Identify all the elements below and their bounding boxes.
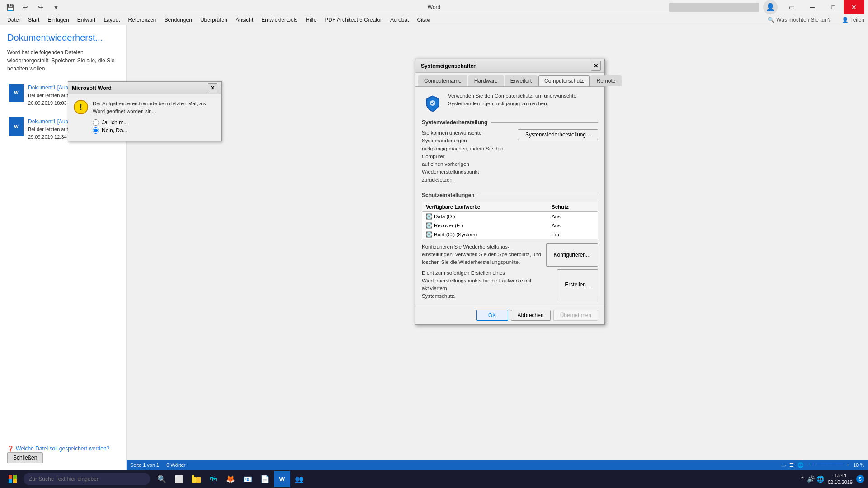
title-bar-left: 💾 ↩ ↪ ▼ [4, 1, 62, 14]
drive-row-1[interactable]: 💽 Data (D:) Aus [422, 211, 598, 221]
abbrechen-btn[interactable]: Abbrechen [511, 310, 551, 321]
tab-erweitert[interactable]: Erweitert [505, 75, 538, 86]
start-button[interactable] [4, 470, 22, 488]
clock-time: 13:44 [828, 472, 853, 479]
taskbar-search-icon[interactable]: 🔍 [154, 471, 170, 487]
ribbon-hilfe[interactable]: Hilfe [302, 16, 320, 24]
tray-volume-icon[interactable]: 🔊 [807, 475, 815, 483]
ribbon-entwicklertools[interactable]: Entwicklertools [258, 16, 301, 24]
sw-text: Sie können unerwünschte Systemänderungen… [422, 129, 514, 184]
radio-yes[interactable]: Ja, ich m... [93, 119, 216, 126]
quick-access-toolbar: 💾 ↩ ↪ ▼ [4, 1, 62, 14]
taskbar-teams-icon[interactable]: 👥 [291, 471, 307, 487]
search-icon: 🔍 [768, 17, 774, 23]
undo-btn[interactable]: ↩ [19, 1, 32, 14]
layout-icon[interactable]: ▭ [781, 462, 786, 468]
zoom-plus[interactable]: + [846, 462, 849, 468]
erstellen-text: Dient zum sofortigen Erstellen eines Wie… [422, 269, 553, 300]
erstellen-row: Dient zum sofortigen Erstellen eines Wie… [422, 269, 598, 300]
ribbon-datei[interactable]: Datei [4, 16, 24, 24]
ribbon-uberprufen[interactable]: Überprüfen [197, 16, 231, 24]
drive-name-1: 💽 Data (D:) [422, 211, 548, 221]
tab-remote[interactable]: Remote [590, 75, 621, 86]
share-label[interactable]: Teilen [850, 17, 864, 23]
taskbar-word-icon[interactable]: W [274, 471, 290, 487]
status-words: 0 Wörter [166, 462, 185, 468]
taskbar-store-icon[interactable]: 🛍 [205, 471, 222, 487]
customize-btn[interactable]: ▼ [50, 1, 62, 14]
taskbar-explorer-icon[interactable] [188, 471, 204, 487]
drive-schutz-1: Aus [548, 211, 598, 221]
zoom-bar: ──────── [815, 462, 843, 468]
ribbon-start[interactable]: Start [24, 16, 43, 24]
ribbon-entwurf[interactable]: Entwurf [74, 16, 99, 24]
radio-no-label: Nein, Da... [102, 127, 127, 134]
ribbon-einfugen[interactable]: Einfügen [44, 16, 72, 24]
konfigurieren-btn[interactable]: Konfigurieren... [546, 243, 598, 267]
share-icon: 👤 [842, 17, 849, 23]
taskbar-outlook-icon[interactable]: 📧 [240, 471, 256, 487]
taskbar-multitask-icon[interactable]: ⬜ [171, 471, 187, 487]
msgbox: Microsoft Word ✕ ! Der Aufgabenbereich w… [68, 81, 222, 141]
msgbox-close-btn[interactable]: ✕ [208, 83, 217, 93]
ok-btn[interactable]: OK [476, 310, 508, 321]
doc-icon-2: W [9, 117, 24, 136]
section-schutz: Schutzeinstellungen [422, 192, 598, 198]
minimize-btn[interactable]: ─ [802, 0, 823, 14]
hdd-icon-1: 💽 [426, 213, 432, 220]
radio-yes-input[interactable] [93, 119, 99, 126]
close-panel-btn[interactable]: Schließen [7, 452, 43, 463]
dialog-footer: OK Abbrechen Übernehmen [415, 306, 604, 324]
drive-icon-1: 💽 Data (D:) [426, 213, 455, 220]
tray-arrow-icon[interactable]: ⌃ [800, 475, 805, 483]
sys-dialog-close-btn[interactable]: ✕ [591, 61, 601, 71]
tabs-bar: Computername Hardware Erweitert Computer… [415, 73, 604, 86]
ribbon-search-label[interactable]: Was möchten Sie tun? [776, 17, 830, 23]
status-bar: Seite 1 von 1 0 Wörter ▭ ☰ 🌐 ─ ──────── … [127, 460, 868, 470]
ribbon-citavi[interactable]: Citavi [413, 16, 434, 24]
tab-hardware[interactable]: Hardware [468, 75, 504, 86]
section-schutz-label: Schutzeinstellungen [422, 192, 475, 198]
ribbon-search-area: 🔍 Was möchten Sie tun? 👤 Teilen [768, 17, 864, 23]
drive-label-1: Data (D:) [434, 214, 455, 219]
ribbon-ansicht[interactable]: Ansicht [232, 16, 257, 24]
radio-yes-label: Ja, ich m... [102, 119, 128, 126]
maximize-btn[interactable]: □ [823, 0, 844, 14]
radio-group: Ja, ich m... Nein, Da... [93, 119, 216, 134]
search-bar[interactable] [669, 3, 760, 12]
ribbon-acrobat[interactable]: Acrobat [387, 16, 412, 24]
close-btn[interactable]: ✕ [844, 0, 864, 14]
taskbar-pdf-icon[interactable]: 📄 [257, 471, 273, 487]
view-btn[interactable]: ▭ [781, 0, 802, 14]
panel-title: Dokumentwiederherst... [7, 33, 119, 43]
help-link[interactable]: ❓ Welche Datei soll gespeichert werden? [7, 446, 109, 452]
msgbox-title-text: Microsoft Word [72, 85, 112, 91]
tab-computerschutz[interactable]: Computerschutz [538, 75, 590, 86]
sw-btn[interactable]: Systemwiederherstellung... [518, 129, 598, 140]
tray-network-icon[interactable]: 🌐 [816, 475, 824, 483]
drive-row-2[interactable]: 💽 Recover (E:) Aus [422, 221, 598, 230]
save-quick-btn[interactable]: 💾 [4, 1, 16, 14]
window-controls: 👤 ▭ ─ □ ✕ [669, 0, 864, 14]
ribbon-pdf[interactable]: PDF Architect 5 Creator [321, 16, 386, 24]
radio-no[interactable]: Nein, Da... [93, 127, 216, 134]
svg-rect-1 [9, 475, 12, 479]
taskbar-search-input[interactable] [24, 473, 150, 485]
zoom-minus[interactable]: ─ [807, 462, 811, 468]
ubernehmen-btn[interactable]: Übernehmen [553, 310, 598, 321]
redo-btn[interactable]: ↪ [34, 1, 47, 14]
ribbon-referenzen[interactable]: Referenzen [124, 16, 160, 24]
erstellen-btn[interactable]: Erstellen... [557, 269, 598, 300]
clock[interactable]: 13:44 02.10.2019 [828, 472, 853, 486]
tab-computername[interactable]: Computername [418, 75, 467, 86]
svg-rect-5 [192, 477, 196, 483]
ribbon-layout[interactable]: Layout [100, 16, 123, 24]
web-icon[interactable]: 🌐 [797, 462, 804, 468]
drive-row-3[interactable]: 💽 Boot (C:) (System) Ein [422, 230, 598, 239]
notification-badge[interactable]: 5 [856, 475, 864, 483]
ribbon-sendungen[interactable]: Sendungen [161, 16, 196, 24]
read-icon[interactable]: ☰ [789, 462, 794, 468]
radio-no-input[interactable] [93, 127, 99, 134]
taskbar-firefox-icon[interactable]: 🦊 [222, 471, 239, 487]
user-avatar[interactable]: 👤 [763, 0, 778, 14]
